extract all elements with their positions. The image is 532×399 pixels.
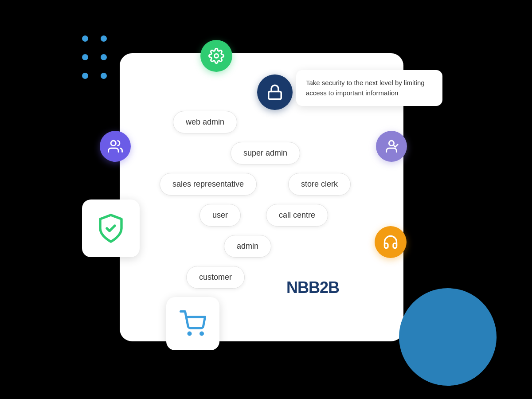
decorative-blue-circle (399, 288, 497, 386)
svg-point-5 (201, 332, 203, 335)
role-user: user (200, 204, 241, 227)
cart-card (166, 297, 219, 350)
svg-point-0 (215, 54, 219, 58)
person-check-circle (376, 131, 407, 162)
svg-point-2 (111, 141, 116, 145)
svg-point-4 (188, 332, 191, 335)
dot (101, 73, 107, 79)
lock-icon (266, 84, 283, 101)
scene: web admin super admin sales representati… (0, 0, 532, 399)
people-circle (100, 131, 131, 162)
dot (82, 73, 88, 79)
role-admin: admin (224, 235, 271, 258)
role-customer: customer (186, 266, 245, 289)
roles-container: web admin super admin sales representati… (146, 80, 368, 301)
dot (101, 54, 107, 60)
role-web-admin: web admin (173, 111, 237, 133)
lock-circle (257, 74, 293, 110)
people-icon (108, 139, 123, 154)
brand-logo: NBB2B (286, 278, 339, 297)
svg-rect-1 (269, 91, 282, 99)
security-tooltip-text: Take security to the next level by limit… (306, 79, 425, 97)
dot (82, 54, 88, 60)
shield-check-icon (95, 212, 127, 244)
security-tooltip: Take security to the next level by limit… (296, 70, 442, 106)
person-check-icon (384, 139, 399, 154)
headset-icon (383, 234, 399, 250)
role-call-centre: call centre (266, 204, 328, 227)
headset-circle (375, 226, 407, 258)
role-sales-rep: sales representative (160, 173, 257, 196)
svg-point-3 (389, 141, 394, 145)
role-super-admin: super admin (231, 142, 300, 164)
gear-circle (200, 40, 232, 72)
gear-icon (208, 48, 224, 64)
dot (82, 35, 88, 42)
role-store-clerk: store clerk (288, 173, 351, 196)
dot (101, 35, 107, 42)
shield-card (82, 200, 140, 257)
cart-icon (180, 310, 206, 337)
decorative-dots (82, 35, 107, 79)
